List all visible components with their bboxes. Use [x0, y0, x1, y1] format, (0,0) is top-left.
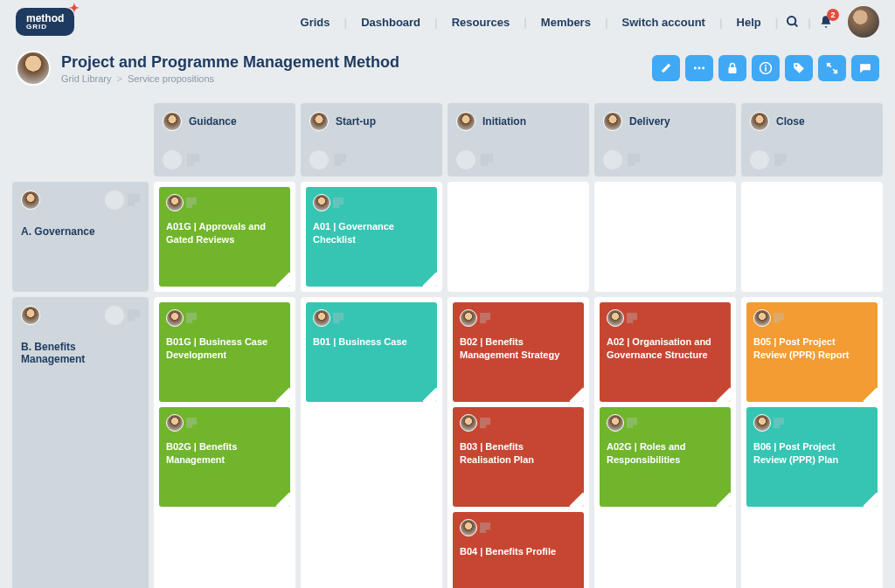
flag-icon: [480, 522, 490, 533]
cell-benefits-startup: B01 | Business Case: [301, 297, 442, 588]
avatar-icon: [166, 194, 184, 211]
nav-dashboard[interactable]: Dashboard: [354, 16, 427, 29]
tag-button[interactable]: [785, 55, 813, 81]
card-b02g[interactable]: B02G | Benefits Management: [159, 407, 290, 507]
lock-button[interactable]: [718, 55, 746, 81]
grid-area: Guidance Start-up Initiation Delivery Cl…: [0, 96, 895, 588]
flag-icon: [333, 197, 343, 208]
actionbar: [652, 55, 879, 81]
col-header-guidance[interactable]: Guidance: [154, 103, 295, 176]
placeholder-circle-icon: [456, 150, 475, 169]
comment-button[interactable]: [851, 55, 879, 81]
placeholder-circle-icon: [309, 150, 329, 169]
col-header-close[interactable]: Close: [741, 103, 883, 176]
card-b02[interactable]: B02 | Benefits Management Strategy: [453, 302, 584, 402]
grid-row-benefits: B. Benefits Management B01G | Business C…: [12, 297, 883, 588]
page-title: Project and Programme Management Method: [61, 53, 652, 72]
col-label: Guidance: [189, 115, 237, 128]
card-b01g[interactable]: B01G | Business Case Development: [159, 302, 290, 402]
placeholder-circle-icon: [750, 150, 769, 169]
placeholder-circle-icon: [603, 150, 622, 169]
card-b06[interactable]: B06 | Post Project Review (PPR) Plan: [746, 407, 878, 507]
avatar-icon: [456, 112, 475, 131]
cell-benefits-guidance: B01G | Business Case Development B02G | …: [154, 297, 295, 588]
card-b03[interactable]: B03 | Benefits Realisation Plan: [453, 407, 584, 507]
card-a02[interactable]: A02 | Organisation and Governance Struct…: [600, 302, 731, 402]
col-label: Delivery: [629, 115, 670, 128]
titlebar: Project and Programme Management Method …: [0, 44, 895, 96]
column-headers-row: Guidance Start-up Initiation Delivery Cl…: [12, 103, 883, 176]
flag-icon: [186, 418, 197, 428]
col-label: Close: [776, 115, 805, 128]
svg-rect-5: [729, 67, 737, 73]
avatar-icon: [163, 112, 182, 131]
search-icon[interactable]: [785, 14, 801, 30]
nav-switch-account[interactable]: Switch account: [615, 16, 712, 29]
flag-icon: [774, 418, 784, 428]
row-header-governance[interactable]: A. Governance: [12, 182, 149, 292]
notifications-icon[interactable]: 2: [818, 14, 834, 30]
avatar-icon: [313, 309, 330, 327]
svg-point-9: [795, 65, 797, 66]
card-title: B01 | Business Case: [313, 336, 430, 349]
svg-point-7: [765, 65, 767, 66]
nav-grids[interactable]: Grids: [294, 16, 337, 29]
row-header-benefits[interactable]: B. Benefits Management: [12, 297, 149, 588]
flag-icon: [627, 418, 637, 428]
cell-governance-delivery: [594, 182, 736, 292]
crumb-current[interactable]: Service propositions: [128, 73, 214, 84]
flag-icon: [481, 154, 493, 166]
nav-help[interactable]: Help: [730, 16, 768, 29]
card-title: B02 | Benefits Management Strategy: [460, 336, 577, 362]
card-a02g[interactable]: A02G | Roles and Responsibilities: [600, 407, 731, 507]
svg-rect-8: [765, 67, 767, 72]
avatar-icon: [309, 112, 329, 131]
row-label: B. Benefits Management: [21, 341, 140, 365]
edit-button[interactable]: [652, 55, 680, 81]
col-label: Start-up: [336, 115, 376, 128]
corner-spacer: [12, 103, 149, 176]
placeholder-circle-icon: [105, 306, 124, 325]
placeholder-circle-icon: [105, 190, 124, 210]
svg-point-4: [702, 67, 704, 70]
card-title: A02G | Roles and Responsibilities: [607, 440, 724, 467]
grid-owner-avatar[interactable]: [16, 51, 51, 86]
flag-icon: [187, 154, 199, 166]
nav-members[interactable]: Members: [534, 16, 598, 29]
col-header-startup[interactable]: Start-up: [301, 103, 442, 176]
card-b05[interactable]: B05 | Post Project Review (PPR) Report: [746, 302, 878, 402]
card-a01[interactable]: A01 | Governance Checklist: [306, 187, 437, 287]
flag-icon: [628, 154, 640, 166]
logo[interactable]: ✦ method GRID: [16, 8, 74, 37]
avatar-icon: [313, 194, 330, 211]
card-a01g[interactable]: A01G | Approvals and Gated Reviews: [159, 187, 290, 287]
card-title: B03 | Benefits Realisation Plan: [460, 440, 577, 467]
cell-benefits-close: B05 | Post Project Review (PPR) Report B…: [741, 297, 883, 588]
card-b01[interactable]: B01 | Business Case: [306, 302, 437, 402]
avatar-icon: [750, 112, 769, 131]
topbar: ✦ method GRID Grids| Dashboard| Resource…: [0, 0, 895, 44]
main-nav: Grids| Dashboard| Resources| Members| Sw…: [294, 6, 879, 38]
col-header-delivery[interactable]: Delivery: [594, 103, 736, 176]
nav-resources[interactable]: Resources: [445, 16, 517, 29]
card-b04[interactable]: B04 | Benefits Profile: [453, 512, 584, 588]
avatar-icon: [460, 309, 477, 327]
flag-icon: [186, 197, 197, 208]
avatar-icon: [753, 309, 771, 327]
cell-benefits-initiation: B02 | Benefits Management Strategy B03 |…: [448, 297, 589, 588]
flag-icon: [480, 418, 490, 428]
card-title: B04 | Benefits Profile: [460, 545, 577, 558]
card-title: B02G | Benefits Management: [166, 440, 283, 467]
more-button[interactable]: [685, 55, 713, 81]
avatar-icon: [460, 519, 477, 536]
avatar-icon: [21, 190, 40, 210]
info-button[interactable]: [752, 55, 780, 81]
expand-button[interactable]: [818, 55, 846, 81]
flag-icon: [774, 154, 787, 166]
profile-avatar[interactable]: [848, 6, 879, 38]
crumb-library[interactable]: Grid Library: [61, 73, 111, 84]
flag-icon: [186, 313, 197, 323]
avatar-icon: [607, 309, 624, 327]
col-header-initiation[interactable]: Initiation: [448, 103, 589, 176]
card-title: A02 | Organisation and Governance Struct…: [607, 336, 724, 362]
